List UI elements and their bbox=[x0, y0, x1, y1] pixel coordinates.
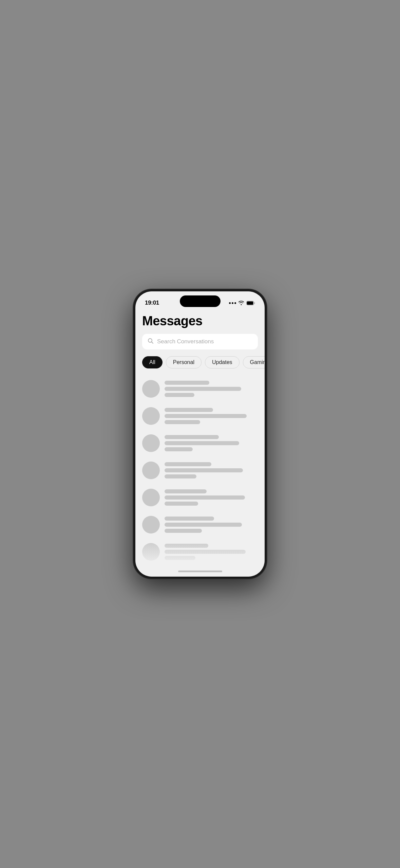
list-item[interactable] bbox=[142, 430, 258, 457]
skeleton-name bbox=[165, 462, 211, 466]
avatar bbox=[142, 543, 160, 561]
avatar bbox=[142, 407, 160, 425]
home-indicator bbox=[135, 566, 265, 577]
conversation-content bbox=[165, 381, 258, 397]
skeleton-preview bbox=[165, 387, 241, 391]
search-bar[interactable]: Search Conversations bbox=[142, 334, 258, 349]
skeleton-preview bbox=[165, 441, 239, 445]
filter-chip-all[interactable]: All bbox=[142, 356, 163, 368]
svg-line-3 bbox=[152, 342, 153, 344]
avatar bbox=[142, 434, 160, 452]
list-item[interactable] bbox=[142, 375, 258, 402]
skeleton-preview bbox=[165, 414, 247, 418]
status-bar: 19:01 bbox=[135, 291, 265, 310]
skeleton-preview-short bbox=[165, 393, 194, 397]
skeleton-preview-short bbox=[165, 502, 198, 506]
list-item[interactable] bbox=[142, 484, 258, 511]
content-area: Messages Search Conversations All Person… bbox=[135, 310, 265, 566]
search-placeholder: Search Conversations bbox=[157, 338, 214, 345]
status-icons bbox=[229, 301, 255, 305]
skeleton-preview bbox=[165, 495, 245, 500]
conversation-content bbox=[165, 435, 258, 451]
list-item[interactable] bbox=[142, 457, 258, 484]
conversation-content bbox=[165, 408, 258, 424]
avatar bbox=[142, 462, 160, 479]
skeleton-name bbox=[165, 544, 208, 548]
skeleton-name bbox=[165, 489, 207, 493]
status-time: 19:01 bbox=[145, 300, 159, 306]
conversation-content bbox=[165, 462, 258, 478]
search-icon bbox=[148, 338, 154, 345]
skeleton-preview-short bbox=[165, 420, 200, 424]
page-title: Messages bbox=[142, 314, 258, 328]
wifi-icon bbox=[238, 301, 244, 305]
skeleton-preview bbox=[165, 550, 246, 554]
skeleton-preview-short bbox=[165, 447, 193, 451]
phone-frame: 19:01 bbox=[133, 289, 267, 579]
filter-chip-updates[interactable]: Updates bbox=[205, 356, 240, 368]
battery-icon bbox=[246, 301, 255, 305]
skeleton-preview-short bbox=[165, 529, 202, 533]
home-indicator-bar bbox=[178, 571, 222, 572]
conversation-content bbox=[165, 489, 258, 506]
skeleton-preview-short bbox=[165, 474, 196, 478]
filter-chip-personal[interactable]: Personal bbox=[166, 356, 202, 368]
avatar bbox=[142, 516, 160, 534]
skeleton-preview bbox=[165, 468, 243, 472]
conversation-content bbox=[165, 517, 258, 533]
skeleton-preview-short bbox=[165, 556, 195, 560]
avatar bbox=[142, 380, 160, 398]
conversation-content bbox=[165, 544, 258, 560]
skeleton-preview bbox=[165, 523, 242, 527]
conversation-list bbox=[142, 375, 258, 566]
filter-chip-gaming[interactable]: Gaming bbox=[243, 356, 265, 368]
screen: 19:01 bbox=[135, 291, 265, 577]
list-item[interactable] bbox=[142, 511, 258, 538]
filter-chips: All Personal Updates Gaming bbox=[142, 356, 258, 368]
avatar bbox=[142, 489, 160, 506]
skeleton-name bbox=[165, 435, 219, 439]
skeleton-name bbox=[165, 408, 213, 412]
list-item[interactable] bbox=[142, 402, 258, 430]
signal-icon bbox=[229, 302, 236, 304]
skeleton-name bbox=[165, 517, 214, 521]
list-item[interactable] bbox=[142, 538, 258, 565]
skeleton-name bbox=[165, 381, 209, 385]
dynamic-island bbox=[180, 295, 221, 307]
svg-rect-1 bbox=[247, 301, 253, 305]
